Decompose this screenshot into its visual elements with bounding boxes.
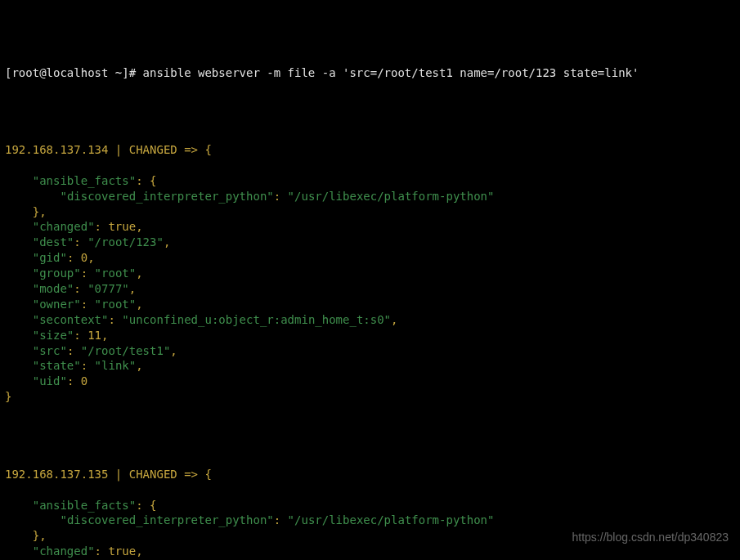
- changed-val: true: [108, 220, 136, 233]
- interp-key: "discovered_interpreter_python": [60, 513, 273, 526]
- owner-val: root: [101, 298, 129, 311]
- changed-val: true: [108, 544, 136, 558]
- secontext-val: unconfined_u:object_r:admin_home_t:s0: [129, 313, 384, 326]
- size-val: 11: [87, 329, 101, 342]
- host-header: 192.168.137.134 | CHANGED => {: [5, 143, 212, 156]
- interp-val: "/usr/libexec/platform-python": [288, 513, 495, 526]
- src-val: /root/test1: [87, 344, 164, 357]
- dest-val: /root/123: [95, 235, 157, 249]
- facts-key: "ansible_facts": [33, 499, 136, 512]
- uid-val: 0: [81, 374, 87, 388]
- interp-val: "/usr/libexec/platform-python": [288, 190, 495, 203]
- interp-key: "discovered_interpreter_python": [60, 190, 273, 203]
- shell-prompt[interactable]: [root@localhost ~]# ansible webserver -m…: [5, 65, 735, 81]
- host-header: 192.168.137.135 | CHANGED => {: [5, 468, 212, 481]
- gid-val: 0: [81, 251, 87, 264]
- state-val: link: [101, 359, 129, 372]
- watermark: https://blog.csdn.net/dp340823: [572, 530, 729, 545]
- facts-key: "ansible_facts": [33, 174, 136, 187]
- host-result-1: 192.168.137.134 | CHANGED => { "ansible_…: [5, 127, 735, 405]
- mode-val: 0777: [95, 282, 123, 295]
- group-val: root: [101, 267, 129, 280]
